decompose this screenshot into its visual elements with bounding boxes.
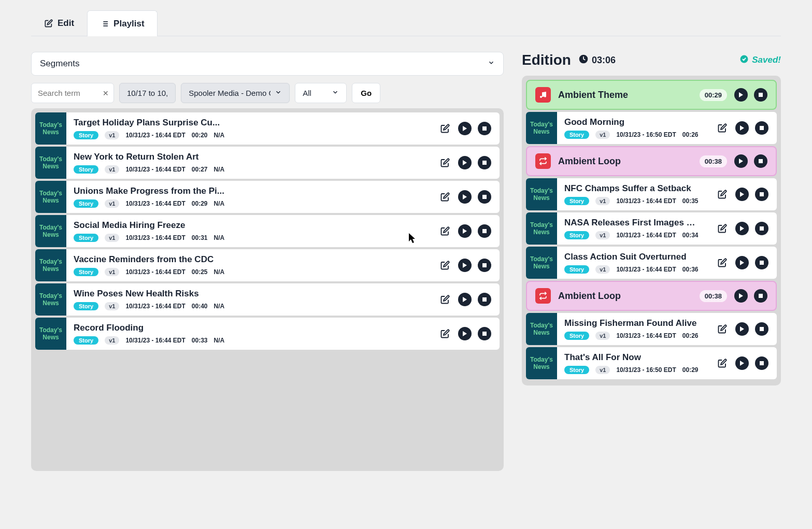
card-actions xyxy=(707,313,777,345)
ambient-card[interactable]: Ambient Loop 00:38 xyxy=(526,281,777,311)
segment-card[interactable]: Today'sNews New York to Return Stolen Ar… xyxy=(35,147,500,179)
edit-button[interactable] xyxy=(438,224,452,238)
edit-button[interactable] xyxy=(438,190,452,204)
edition-story-card[interactable]: Today'sNews Missing Fisherman Found Aliv… xyxy=(526,313,777,345)
stop-button[interactable] xyxy=(478,293,491,306)
stop-button[interactable] xyxy=(478,259,491,272)
play-button[interactable] xyxy=(734,289,748,303)
svg-rect-17 xyxy=(759,93,763,97)
all-filter[interactable]: All xyxy=(295,83,347,103)
story-badge: Story xyxy=(74,336,98,345)
clear-search-icon[interactable]: ✕ xyxy=(103,89,109,97)
play-button[interactable] xyxy=(458,224,472,238)
edition-list: Ambient Theme 00:29 Today'sNews Good Mor… xyxy=(522,76,781,385)
segment-meta: Story v1 10/31/23 - 16:44 EDT 00:27 N/A xyxy=(74,165,423,174)
ambient-card[interactable]: Ambient Theme 00:29 xyxy=(526,80,777,110)
stop-button[interactable] xyxy=(754,88,767,102)
svg-rect-24 xyxy=(760,327,764,331)
segments-dropdown[interactable]: Segments xyxy=(31,52,504,76)
duration: 00:40 xyxy=(192,303,208,310)
play-button[interactable] xyxy=(458,293,472,306)
story-title: That's All For Now xyxy=(564,352,700,363)
thumbnail: Today'sNews xyxy=(526,212,557,245)
edit-button[interactable] xyxy=(438,293,452,306)
stop-button[interactable] xyxy=(755,256,768,269)
tab-edit[interactable]: Edit xyxy=(31,10,87,36)
edit-button[interactable] xyxy=(716,256,729,269)
ambient-title: Ambient Theme xyxy=(558,90,694,101)
play-button[interactable] xyxy=(458,259,472,272)
edition-story-card[interactable]: Today'sNews NFC Champs Suffer a Setback … xyxy=(526,178,777,210)
play-button[interactable] xyxy=(735,222,749,235)
story-badge: Story xyxy=(564,366,589,374)
edition-story-card[interactable]: Today'sNews NASA Releases First Images o… xyxy=(526,212,777,245)
media-source-filter[interactable]: Spooler Media - Demo C xyxy=(181,83,290,103)
edition-story-card[interactable]: Today'sNews Good Morning Story v1 10/31/… xyxy=(526,112,777,144)
story-badge: Story xyxy=(564,265,589,274)
play-button[interactable] xyxy=(458,190,472,204)
svg-point-16 xyxy=(544,95,546,97)
date-range-filter[interactable]: 10/17 to 10, xyxy=(119,83,176,103)
play-button[interactable] xyxy=(458,327,472,340)
version-badge: v1 xyxy=(105,199,119,208)
version-badge: v1 xyxy=(105,131,119,139)
segment-card[interactable]: Today'sNews Wine Poses New Health Risks … xyxy=(35,283,500,316)
timestamp: 10/31/23 - 16:44 EDT xyxy=(616,332,676,339)
story-meta: Story v1 10/31/23 - 16:44 EDT 00:36 xyxy=(564,265,700,274)
play-button[interactable] xyxy=(734,88,748,102)
edit-button[interactable] xyxy=(438,327,452,340)
edit-button[interactable] xyxy=(716,188,729,201)
stop-button[interactable] xyxy=(755,356,768,370)
version-badge: v1 xyxy=(105,302,119,310)
edit-button[interactable] xyxy=(716,121,729,135)
stop-button[interactable] xyxy=(754,289,767,303)
play-button[interactable] xyxy=(735,256,749,269)
clock-icon xyxy=(578,54,589,67)
edit-button[interactable] xyxy=(438,122,452,135)
tab-playlist[interactable]: Playlist xyxy=(87,10,158,36)
stop-button[interactable] xyxy=(755,322,768,336)
status: N/A xyxy=(213,303,224,310)
search-input[interactable] xyxy=(31,83,114,103)
stop-button[interactable] xyxy=(478,190,491,204)
edition-story-card[interactable]: Today'sNews That's All For Now Story v1 … xyxy=(526,347,777,379)
stop-button[interactable] xyxy=(478,122,491,135)
segment-card[interactable]: Today'sNews Target Holiday Plans Surpris… xyxy=(35,112,500,145)
play-button[interactable] xyxy=(735,356,749,370)
stop-button[interactable] xyxy=(478,224,491,238)
play-button[interactable] xyxy=(734,154,748,168)
segment-card[interactable]: Today'sNews Record Flooding Story v1 10/… xyxy=(35,318,500,350)
timestamp: 10/31/23 - 16:50 EDT xyxy=(616,366,676,374)
edit-button[interactable] xyxy=(438,259,452,272)
edit-button[interactable] xyxy=(716,322,729,336)
play-button[interactable] xyxy=(735,121,749,135)
ambient-title: Ambient Loop xyxy=(558,291,694,302)
stop-button[interactable] xyxy=(478,327,491,340)
edit-button[interactable] xyxy=(438,156,452,169)
play-button[interactable] xyxy=(735,322,749,336)
stop-button[interactable] xyxy=(755,121,768,135)
play-button[interactable] xyxy=(735,188,749,201)
ambient-card[interactable]: Ambient Loop 00:38 xyxy=(526,146,777,176)
stop-button[interactable] xyxy=(755,188,768,201)
thumbnail: Today'sNews xyxy=(35,249,66,281)
svg-rect-23 xyxy=(759,294,763,298)
edit-button[interactable] xyxy=(716,222,729,235)
segment-card[interactable]: Today'sNews Vaccine Reminders from the C… xyxy=(35,249,500,281)
thumbnail: Today'sNews xyxy=(35,318,66,350)
stop-button[interactable] xyxy=(478,156,491,169)
stop-button[interactable] xyxy=(755,222,768,235)
date-range-label: 10/17 to 10, xyxy=(127,89,168,97)
play-button[interactable] xyxy=(458,156,472,169)
story-meta: Story v1 10/31/23 - 16:50 EDT 00:26 xyxy=(564,131,700,139)
edit-button[interactable] xyxy=(716,356,729,370)
stop-button[interactable] xyxy=(754,154,767,168)
segment-card[interactable]: Today'sNews Social Media Hiring Freeze S… xyxy=(35,215,500,247)
play-button[interactable] xyxy=(458,122,472,135)
edition-story-card[interactable]: Today'sNews Class Action Suit Overturned… xyxy=(526,247,777,279)
go-button[interactable]: Go xyxy=(352,83,380,103)
all-filter-label: All xyxy=(303,89,311,97)
segment-card[interactable]: Today'sNews Unions Make Progress from th… xyxy=(35,181,500,213)
segment-title: Record Flooding xyxy=(74,323,423,333)
version-badge: v1 xyxy=(595,265,610,274)
